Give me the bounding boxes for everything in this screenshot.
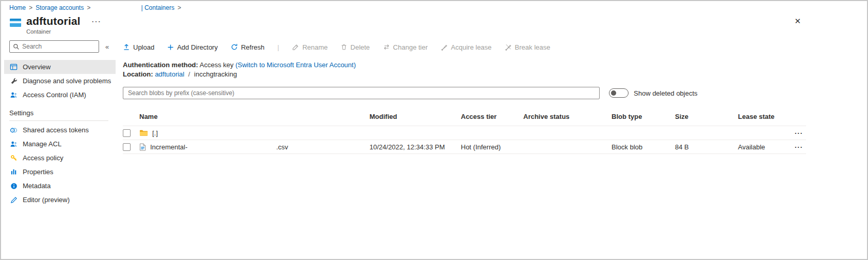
title-more-button[interactable]: ··· bbox=[92, 18, 102, 25]
key-icon bbox=[9, 155, 18, 162]
break-lease-label: Break lease bbox=[515, 43, 551, 51]
add-directory-button[interactable]: Add Directory bbox=[167, 43, 218, 51]
main-content: Upload Add Directory Refresh | Rename De… bbox=[119, 40, 867, 154]
sidebar-item-access-policy[interactable]: Access policy bbox=[4, 151, 116, 165]
breadcrumb-separator: > bbox=[87, 4, 90, 11]
page-title: adftutorial bbox=[26, 15, 81, 27]
delete-button[interactable]: Delete bbox=[341, 43, 370, 51]
plus-icon bbox=[167, 44, 174, 51]
column-header-archive-status: Archive status bbox=[523, 110, 612, 126]
sidebar-search-box bbox=[9, 40, 99, 53]
rename-button[interactable]: Rename bbox=[292, 43, 328, 51]
breadcrumb-link-containers[interactable]: | Containers bbox=[141, 4, 174, 11]
sidebar-item-label: Shared access tokens bbox=[23, 126, 89, 134]
blob-prefix-search-input[interactable] bbox=[123, 87, 600, 99]
sidebar-item-access-control-iam[interactable]: Access Control (IAM) bbox=[4, 88, 116, 102]
sidebar-nav: Overview Diagnose and solve problems Acc… bbox=[1, 60, 119, 207]
cell-blob-type bbox=[612, 126, 675, 140]
upload-button[interactable]: Upload bbox=[123, 43, 154, 51]
column-header-name: Name bbox=[139, 110, 369, 126]
refresh-button[interactable]: Refresh bbox=[231, 43, 265, 51]
container-blade: Home>Storage accounts>| Containers> adft… bbox=[0, 0, 868, 260]
break-lease-button[interactable]: Break lease bbox=[505, 43, 551, 51]
change-tier-icon bbox=[383, 43, 390, 51]
break-lease-icon bbox=[505, 43, 512, 51]
auth-method-line: Authentication method: Access key (Switc… bbox=[123, 60, 867, 70]
sidebar: « Overview Diagnose and solve problems A… bbox=[1, 40, 119, 207]
table-row-blob[interactable]: Incremental- .csv 10/24/2022, 12:34:33 P… bbox=[123, 140, 806, 154]
column-header-size: Size bbox=[675, 110, 738, 126]
sidebar-item-label: Properties bbox=[23, 168, 53, 176]
row-checkbox[interactable] bbox=[123, 143, 131, 151]
cell-size bbox=[675, 126, 738, 140]
page-subtitle: Container bbox=[26, 28, 102, 35]
pencil-icon bbox=[9, 196, 18, 204]
location-label: Location: bbox=[123, 70, 153, 78]
change-tier-label: Change tier bbox=[393, 43, 428, 51]
wrench-icon bbox=[9, 78, 18, 85]
sidebar-item-properties[interactable]: Properties bbox=[4, 165, 116, 179]
search-icon bbox=[13, 43, 20, 50]
close-button[interactable]: ✕ bbox=[794, 17, 801, 26]
change-tier-button[interactable]: Change tier bbox=[383, 43, 428, 51]
tokens-icon bbox=[9, 127, 18, 133]
blade-header: adftutorial ··· Container bbox=[9, 15, 102, 35]
column-header-more bbox=[795, 110, 806, 126]
location-container-link[interactable]: adftutorial bbox=[155, 70, 184, 78]
row-more-button[interactable]: ··· bbox=[795, 129, 803, 137]
rename-label: Rename bbox=[302, 43, 328, 51]
sidebar-item-editor-preview[interactable]: Editor (preview) bbox=[4, 193, 116, 207]
overview-icon bbox=[9, 63, 18, 71]
bars-icon bbox=[9, 169, 18, 175]
sidebar-item-label: Overview bbox=[23, 63, 51, 71]
sidebar-item-label: Diagnose and solve problems bbox=[23, 77, 111, 85]
sidebar-item-overview[interactable]: Overview bbox=[4, 60, 116, 74]
acquire-lease-label: Acquire lease bbox=[451, 43, 492, 51]
command-bar: Upload Add Directory Refresh | Rename De… bbox=[119, 40, 867, 54]
breadcrumb-separator: > bbox=[29, 4, 33, 11]
row-more-button[interactable]: ··· bbox=[795, 143, 803, 151]
folder-name[interactable]: [.] bbox=[152, 129, 158, 137]
column-header-blob-type: Blob type bbox=[612, 110, 675, 126]
people-icon bbox=[9, 91, 18, 99]
sidebar-item-label: Metadata bbox=[23, 182, 51, 190]
sidebar-item-diagnose[interactable]: Diagnose and solve problems bbox=[4, 74, 116, 88]
blob-name-prefix[interactable]: Incremental- bbox=[150, 143, 187, 151]
sidebar-search-input[interactable] bbox=[22, 43, 95, 50]
cell-blob-type: Block blob bbox=[612, 140, 675, 154]
breadcrumb-link-home[interactable]: Home bbox=[9, 4, 26, 11]
refresh-icon bbox=[231, 43, 238, 51]
cell-access-tier: Hot (Inferred) bbox=[461, 140, 523, 154]
blob-table: Name Modified Access tier Archive status… bbox=[123, 110, 806, 154]
show-deleted-toggle[interactable] bbox=[609, 88, 629, 98]
acquire-lease-button[interactable]: Acquire lease bbox=[441, 43, 492, 51]
trash-icon bbox=[341, 43, 347, 51]
column-header-access-tier: Access tier bbox=[461, 110, 523, 126]
file-icon bbox=[139, 143, 146, 151]
row-checkbox[interactable] bbox=[123, 129, 131, 137]
rename-icon bbox=[292, 43, 299, 51]
info-block: Authentication method: Access key (Switc… bbox=[119, 60, 867, 79]
add-directory-label: Add Directory bbox=[177, 43, 218, 51]
settings-section-header: Settings bbox=[9, 109, 108, 121]
column-header-select bbox=[123, 110, 139, 126]
switch-auth-link[interactable]: (Switch to Microsoft Entra User Account) bbox=[235, 61, 356, 69]
info-icon bbox=[9, 182, 18, 190]
blob-table-wrap: Name Modified Access tier Archive status… bbox=[119, 110, 867, 154]
toolbar-separator: | bbox=[277, 43, 279, 51]
cell-lease-state bbox=[738, 126, 795, 140]
cell-lease-state: Available bbox=[738, 140, 795, 154]
blob-name-extension[interactable]: .csv bbox=[276, 143, 288, 151]
collapse-sidebar-button[interactable]: « bbox=[105, 43, 109, 51]
acquire-lease-icon bbox=[441, 43, 448, 51]
container-icon bbox=[9, 17, 22, 29]
sidebar-item-shared-access-tokens[interactable]: Shared access tokens bbox=[4, 123, 116, 137]
location-line: Location: adftutorial / incchgtracking bbox=[123, 70, 867, 79]
column-header-modified: Modified bbox=[369, 110, 461, 126]
location-path-separator: / bbox=[188, 70, 190, 78]
breadcrumb-link-storage-accounts[interactable]: Storage accounts bbox=[36, 4, 84, 11]
sidebar-item-manage-acl[interactable]: Manage ACL bbox=[4, 137, 116, 151]
table-row-parent-folder[interactable]: [.] ··· bbox=[123, 126, 806, 140]
sidebar-item-metadata[interactable]: Metadata bbox=[4, 179, 116, 193]
people-icon bbox=[9, 141, 18, 148]
